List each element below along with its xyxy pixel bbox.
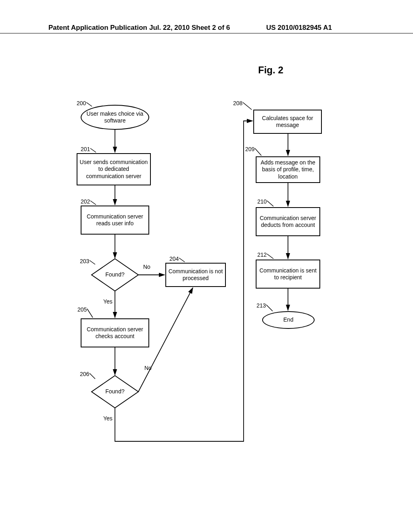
node-209-text: Adds message on the basis of profile, ti… — [258, 159, 318, 181]
ref-208: 208 — [233, 100, 242, 106]
page: Patent Application Publication Jul. 22, … — [0, 0, 413, 532]
ref-200: 200 — [77, 100, 86, 106]
node-205: Communication server checks account — [81, 318, 149, 347]
page-header: Patent Application Publication Jul. 22, … — [0, 33, 413, 33]
node-209: Adds message on the basis of profile, ti… — [256, 156, 320, 183]
node-212-text: Communication is sent to recipient — [258, 267, 318, 281]
edge-label-no-1: No — [143, 264, 150, 270]
svg-line-12 — [267, 254, 273, 259]
ref-201: 201 — [81, 146, 90, 152]
svg-line-9 — [243, 102, 252, 110]
edge-label-no-2: No — [144, 365, 152, 371]
node-204-text: Communication is not processed — [168, 268, 223, 282]
ref-206: 206 — [80, 371, 89, 377]
node-204: Communication is not processed — [165, 263, 226, 287]
header-left: Patent Application Publication — [48, 24, 147, 32]
node-213: End — [262, 311, 315, 329]
node-203: Found? — [91, 258, 139, 290]
node-200-text: User makes choice via software — [83, 110, 147, 125]
ref-205: 205 — [77, 306, 87, 313]
node-206-text: Found? — [91, 388, 139, 395]
svg-line-10 — [255, 148, 261, 156]
node-200: User makes choice via software — [81, 105, 149, 130]
header-right: US 2010/0182945 A1 — [266, 24, 332, 32]
node-210-text: Communication server deducts from accoun… — [258, 215, 318, 229]
svg-line-2 — [90, 201, 96, 205]
ref-213: 213 — [257, 302, 266, 309]
ref-209: 209 — [245, 146, 254, 152]
node-208: Calculates space for message — [253, 110, 322, 134]
node-201-text: User sends communication to dedicated co… — [79, 159, 148, 180]
svg-line-13 — [266, 305, 273, 311]
svg-line-6 — [87, 309, 93, 318]
edge-label-yes-2: Yes — [103, 415, 113, 422]
ref-203: 203 — [80, 258, 89, 264]
node-205-text: Communication server checks account — [83, 326, 147, 340]
node-213-text: End — [284, 316, 294, 324]
edge-label-yes-1: Yes — [103, 298, 113, 305]
figure-label: Fig. 2 — [258, 64, 284, 76]
ref-204: 204 — [169, 256, 179, 262]
node-210: Communication server deducts from accoun… — [256, 207, 320, 236]
node-202: Communication server reads user info — [81, 206, 149, 235]
svg-line-11 — [267, 201, 273, 206]
node-208-text: Calculates space for message — [256, 115, 319, 129]
node-201: User sends communication to dedicated co… — [77, 153, 151, 185]
ref-210: 210 — [257, 198, 267, 205]
ref-202: 202 — [81, 198, 90, 205]
header-center: Jul. 22, 2010 Sheet 2 of 6 — [149, 24, 230, 32]
node-212: Communication is sent to recipient — [256, 260, 320, 289]
svg-line-5 — [179, 258, 185, 262]
svg-line-1 — [90, 148, 96, 152]
node-202-text: Communication server reads user info — [83, 213, 147, 227]
node-206: Found? — [91, 375, 139, 407]
node-203-text: Found? — [91, 271, 139, 278]
ref-212: 212 — [257, 251, 267, 258]
svg-line-0 — [86, 102, 92, 106]
